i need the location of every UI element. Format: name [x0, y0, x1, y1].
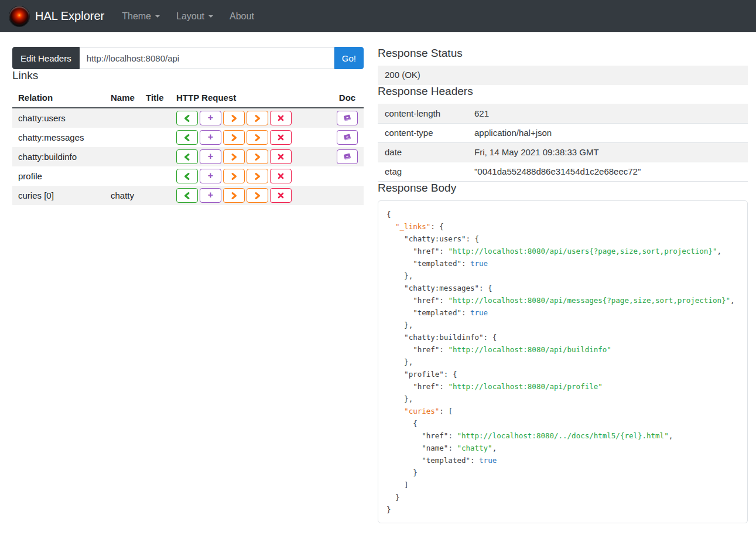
http-post-button[interactable]: +	[200, 130, 221, 145]
http-post-button[interactable]: +	[200, 188, 221, 203]
doc-button[interactable]	[337, 111, 358, 125]
doc-book-icon	[343, 152, 352, 161]
http-delete-button[interactable]	[270, 111, 292, 125]
http-put-button[interactable]	[223, 188, 245, 203]
response-header-key: content-type	[378, 123, 467, 142]
link-name-cell	[105, 147, 140, 166]
http-delete-button[interactable]	[270, 169, 292, 183]
link-title-cell	[140, 108, 170, 128]
http-put-button[interactable]	[223, 149, 245, 164]
doc-button[interactable]	[337, 130, 358, 145]
doc-cell	[334, 166, 364, 186]
doc-book-icon	[343, 133, 352, 142]
response-header-row: content-length621	[378, 104, 748, 123]
http-patch-button[interactable]	[247, 169, 268, 183]
nav-theme-dropdown[interactable]: Theme	[122, 11, 160, 22]
http-post-button[interactable]: +	[200, 149, 221, 164]
navbar: HAL Explorer Theme Layout About	[0, 0, 756, 32]
main-content: Edit Headers Go! Links Relation Name Tit…	[0, 32, 756, 530]
http-request-cell: +	[170, 147, 334, 166]
nav-about-label: About	[230, 11, 254, 22]
response-body-heading: Response Body	[378, 182, 748, 195]
response-body-card: { "_links": { "chatty:users": { "href": …	[378, 200, 748, 523]
http-post-button[interactable]: +	[200, 169, 221, 183]
link-row: curies [0]chatty+	[12, 186, 364, 205]
link-row: chatty:users+	[12, 108, 364, 128]
link-title-cell	[140, 166, 170, 186]
http-get-button[interactable]	[176, 130, 198, 145]
column-header-doc: Doc	[334, 88, 364, 108]
http-request-cell: +	[170, 108, 334, 128]
nav-about-link[interactable]: About	[230, 11, 254, 22]
response-header-row: etag"0041da552488d86e31454d1c2e68eec72"	[378, 162, 748, 181]
response-header-key: content-length	[378, 104, 467, 123]
column-header-relation: Relation	[12, 88, 105, 108]
link-title-cell	[140, 147, 170, 166]
caret-down-icon	[155, 15, 160, 18]
doc-cell	[334, 147, 364, 166]
link-name-cell	[105, 128, 140, 147]
http-post-button[interactable]: +	[200, 111, 221, 125]
doc-cell	[334, 186, 364, 205]
response-headers-table-body: content-length621content-typeapplication…	[378, 104, 748, 181]
http-patch-button[interactable]	[247, 111, 268, 125]
nav-theme-label: Theme	[122, 11, 151, 22]
link-title-cell	[140, 128, 170, 147]
link-name-cell: chatty	[105, 186, 140, 205]
edit-headers-button[interactable]: Edit Headers	[12, 47, 80, 69]
response-body-json: { "_links": { "chatty:users": { "href": …	[386, 208, 739, 516]
http-put-button[interactable]	[223, 169, 245, 183]
http-get-button[interactable]	[176, 149, 198, 164]
http-request-cell: +	[170, 186, 334, 205]
http-patch-button[interactable]	[247, 149, 268, 164]
link-relation-cell: chatty:messages	[12, 128, 105, 147]
url-input[interactable]	[80, 47, 334, 69]
link-relation-cell: curies [0]	[12, 186, 105, 205]
request-bar: Edit Headers Go!	[12, 47, 364, 69]
caret-down-icon	[208, 15, 213, 18]
http-get-button[interactable]	[176, 169, 198, 183]
response-header-value: Fri, 14 May 2021 09:38:33 GMT	[467, 142, 748, 162]
response-headers-table: content-length621content-typeapplication…	[378, 104, 748, 182]
go-button[interactable]: Go!	[334, 47, 364, 69]
doc-cell	[334, 128, 364, 147]
response-header-value: "0041da552488d86e31454d1c2e68eec72"	[467, 162, 748, 181]
nav-layout-label: Layout	[176, 11, 204, 22]
response-status-value: 200 (OK)	[378, 66, 748, 85]
brand-title[interactable]: HAL Explorer	[35, 9, 104, 23]
links-table-header-row: Relation Name Title HTTP Request Doc	[12, 88, 364, 108]
http-delete-button[interactable]	[270, 149, 292, 164]
link-title-cell	[140, 186, 170, 205]
column-header-title: Title	[140, 88, 170, 108]
column-header-http-request: HTTP Request	[170, 88, 334, 108]
response-header-key: date	[378, 142, 467, 162]
right-panel: Response Status 200 (OK) Response Header…	[378, 47, 748, 523]
hal-eye-logo-icon	[9, 6, 29, 26]
http-delete-button[interactable]	[270, 188, 292, 203]
doc-book-icon	[343, 114, 352, 122]
response-status-heading: Response Status	[378, 47, 748, 60]
response-header-key: etag	[378, 162, 467, 181]
response-headers-heading: Response Headers	[378, 85, 748, 98]
http-put-button[interactable]	[223, 111, 245, 125]
left-panel: Edit Headers Go! Links Relation Name Tit…	[12, 47, 364, 205]
http-get-button[interactable]	[176, 111, 198, 125]
link-relation-cell: profile	[12, 166, 105, 186]
response-header-value: application/hal+json	[467, 123, 748, 142]
link-name-cell	[105, 166, 140, 186]
http-get-button[interactable]	[176, 188, 198, 203]
http-patch-button[interactable]	[247, 188, 268, 203]
response-header-row: dateFri, 14 May 2021 09:38:33 GMT	[378, 142, 748, 162]
response-header-value: 621	[467, 104, 748, 123]
doc-button[interactable]	[337, 149, 358, 164]
link-row: profile+	[12, 166, 364, 186]
links-table: Relation Name Title HTTP Request Doc cha…	[12, 88, 364, 205]
http-put-button[interactable]	[223, 130, 245, 145]
link-relation-cell: chatty:buildinfo	[12, 147, 105, 166]
http-delete-button[interactable]	[270, 130, 292, 145]
link-row: chatty:buildinfo+	[12, 147, 364, 166]
link-row: chatty:messages+	[12, 128, 364, 147]
http-request-cell: +	[170, 128, 334, 147]
http-patch-button[interactable]	[247, 130, 268, 145]
nav-layout-dropdown[interactable]: Layout	[176, 11, 213, 22]
